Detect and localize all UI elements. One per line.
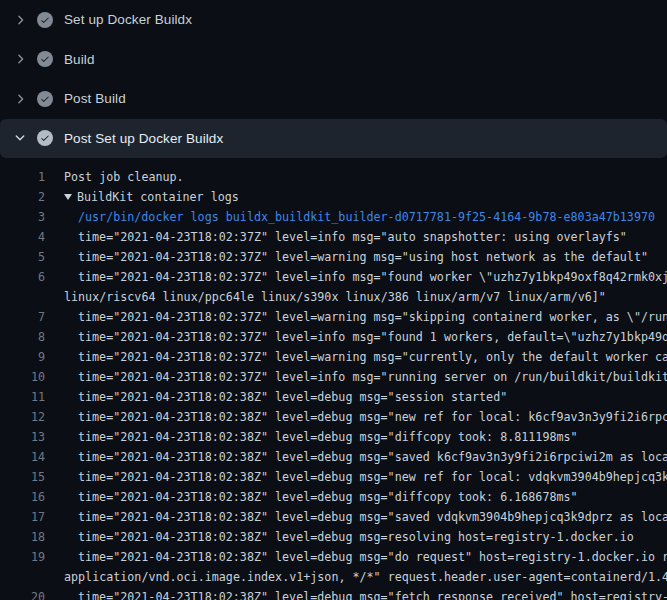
log-line-text: Post job cleanup.	[64, 167, 667, 187]
step-status-success-icon	[37, 130, 53, 146]
log-line: 13 time="2021-04-23T18:02:38Z" level=deb…	[0, 427, 667, 447]
log-line: 12 time="2021-04-23T18:02:38Z" level=deb…	[0, 407, 667, 427]
log-text: time="2021-04-23T18:02:38Z" level=debug …	[64, 507, 667, 527]
log-line: 1 Post job cleanup.	[0, 167, 667, 187]
log-line: 9 time="2021-04-23T18:02:37Z" level=warn…	[0, 347, 667, 367]
log-line: 4 time="2021-04-23T18:02:37Z" level=info…	[0, 227, 667, 247]
step-row-set-up-docker-buildx[interactable]: Set up Docker Buildx	[0, 0, 667, 40]
log-line-number[interactable]: 14	[0, 447, 45, 467]
log-line-text: time="2021-04-23T18:02:37Z" level=info m…	[64, 227, 667, 247]
log-line: 10 time="2021-04-23T18:02:37Z" level=inf…	[0, 367, 667, 387]
log-text: time="2021-04-23T18:02:38Z" level=debug …	[64, 487, 667, 507]
log-line-text: time="2021-04-23T18:02:37Z" level=warnin…	[64, 307, 667, 327]
log-line-number[interactable]: 20	[0, 587, 45, 600]
step-status-success-icon	[37, 51, 53, 67]
log-line-text: time="2021-04-23T18:02:38Z" level=debug …	[64, 447, 667, 467]
step-status-success-icon	[37, 12, 53, 28]
log-line-text: time="2021-04-23T18:02:37Z" level=info m…	[64, 367, 667, 387]
log-line-number[interactable]: 3	[0, 207, 45, 227]
group-header-text: BuildKit container logs	[64, 187, 667, 207]
log-line-text: time="2021-04-23T18:02:37Z" level=warnin…	[64, 347, 667, 367]
chevron-right-icon[interactable]	[12, 12, 28, 28]
log-line: 8 time="2021-04-23T18:02:37Z" level=info…	[0, 327, 667, 347]
step-row-post-set-up-docker-buildx[interactable]: Post Set up Docker Buildx	[0, 119, 667, 159]
log-text: Post job cleanup.	[64, 167, 667, 187]
log-line-text: /usr/bin/docker logs buildx_buildkit_bui…	[64, 207, 667, 227]
step-status-success-icon	[37, 91, 53, 107]
log-text: time="2021-04-23T18:02:38Z" level=debug …	[64, 447, 667, 467]
group-title: BuildKit container logs	[77, 190, 239, 204]
log-line-number[interactable]: 15	[0, 467, 45, 487]
step-label: Post Build	[64, 91, 126, 106]
log-text-wrap: linux/riscv64 linux/ppc64le linux/s390x …	[64, 287, 667, 307]
chevron-down-icon[interactable]	[12, 130, 28, 146]
log-viewer: Set up Docker Buildx Build Post Build Po…	[0, 0, 667, 600]
log-line-number[interactable]: 6	[0, 267, 45, 287]
log-line-text: time="2021-04-23T18:02:37Z" level=warnin…	[64, 247, 667, 267]
log-line-text: time="2021-04-23T18:02:38Z" level=debug …	[64, 487, 667, 507]
log-text: time="2021-04-23T18:02:38Z" level=debug …	[64, 467, 667, 487]
log-line-text: time="2021-04-23T18:02:37Z" level=info m…	[64, 267, 667, 307]
log-line-number[interactable]: 18	[0, 527, 45, 547]
log-line-number[interactable]: 2	[0, 187, 45, 207]
log-line-number[interactable]: 17	[0, 507, 45, 527]
group-collapse-triangle-icon[interactable]	[64, 194, 72, 200]
log-line-text: time="2021-04-23T18:02:38Z" level=debug …	[64, 407, 667, 427]
log-line-text: BuildKit container logs	[64, 187, 667, 207]
log-line: 17 time="2021-04-23T18:02:38Z" level=deb…	[0, 507, 667, 527]
log-text: time="2021-04-23T18:02:38Z" level=debug …	[64, 427, 667, 447]
log-line-number[interactable]: 16	[0, 487, 45, 507]
log-line-number[interactable]: 5	[0, 247, 45, 267]
log-text: time="2021-04-23T18:02:38Z" level=debug …	[64, 407, 667, 427]
log-text: time="2021-04-23T18:02:38Z" level=debug …	[64, 387, 667, 407]
log-line-text: time="2021-04-23T18:02:38Z" level=debug …	[64, 507, 667, 527]
chevron-right-icon[interactable]	[12, 51, 28, 67]
log-text: time="2021-04-23T18:02:37Z" level=info m…	[64, 327, 667, 347]
log-line-number[interactable]: 19	[0, 547, 45, 567]
log-text: time="2021-04-23T18:02:37Z" level=info m…	[64, 227, 667, 247]
log-line-text: time="2021-04-23T18:02:38Z" level=debug …	[64, 427, 667, 447]
log-line: 2 BuildKit container logs	[0, 187, 667, 207]
log-line-number[interactable]: 13	[0, 427, 45, 447]
chevron-right-icon[interactable]	[12, 91, 28, 107]
log-line-number[interactable]: 9	[0, 347, 45, 367]
log-line-text: time="2021-04-23T18:02:38Z" level=debug …	[64, 547, 667, 587]
log-line: 16 time="2021-04-23T18:02:38Z" level=deb…	[0, 487, 667, 507]
log-line-text: time="2021-04-23T18:02:38Z" level=debug …	[64, 387, 667, 407]
log-text: time="2021-04-23T18:02:37Z" level=warnin…	[64, 247, 667, 267]
log-line-number[interactable]: 12	[0, 407, 45, 427]
log-line: 15 time="2021-04-23T18:02:38Z" level=deb…	[0, 467, 667, 487]
log-line-number[interactable]: 10	[0, 367, 45, 387]
log-text: time="2021-04-23T18:02:38Z" level=debug …	[64, 527, 667, 547]
step-label: Post Set up Docker Buildx	[64, 131, 223, 146]
log-text: time="2021-04-23T18:02:37Z" level=warnin…	[64, 347, 667, 367]
command-text: /usr/bin/docker logs buildx_buildkit_bui…	[64, 207, 667, 227]
log-line-number[interactable]: 4	[0, 227, 45, 247]
log-line-text: time="2021-04-23T18:02:38Z" level=debug …	[64, 587, 667, 600]
step-row-build[interactable]: Build	[0, 40, 667, 80]
log-line-number[interactable]: 11	[0, 387, 45, 407]
step-label: Build	[64, 52, 95, 67]
log-text: time="2021-04-23T18:02:37Z" level=info m…	[64, 267, 667, 287]
log-line: 18 time="2021-04-23T18:02:38Z" level=deb…	[0, 527, 667, 547]
log-output: 1 Post job cleanup. 2 BuildKit container…	[0, 158, 667, 600]
log-line-number[interactable]: 7	[0, 307, 45, 327]
step-row-post-build[interactable]: Post Build	[0, 79, 667, 119]
log-line: 11 time="2021-04-23T18:02:38Z" level=deb…	[0, 387, 667, 407]
log-line-text: time="2021-04-23T18:02:38Z" level=debug …	[64, 527, 667, 547]
log-line: 7 time="2021-04-23T18:02:37Z" level=warn…	[0, 307, 667, 327]
log-text: time="2021-04-23T18:02:38Z" level=debug …	[64, 587, 667, 600]
log-text-wrap: application/vnd.oci.image.index.v1+json,…	[64, 567, 667, 587]
log-line-number[interactable]: 8	[0, 327, 45, 347]
log-line: 5 time="2021-04-23T18:02:37Z" level=warn…	[0, 247, 667, 267]
log-line: 14 time="2021-04-23T18:02:38Z" level=deb…	[0, 447, 667, 467]
log-line: 3 /usr/bin/docker logs buildx_buildkit_b…	[0, 207, 667, 227]
log-line-text: time="2021-04-23T18:02:38Z" level=debug …	[64, 467, 667, 487]
log-line: 20 time="2021-04-23T18:02:38Z" level=deb…	[0, 587, 667, 600]
log-line: 6 time="2021-04-23T18:02:37Z" level=info…	[0, 267, 667, 307]
log-text: time="2021-04-23T18:02:38Z" level=debug …	[64, 547, 667, 567]
step-list: Set up Docker Buildx Build Post Build Po…	[0, 0, 667, 158]
log-line-number[interactable]: 1	[0, 167, 45, 187]
log-line-text: time="2021-04-23T18:02:37Z" level=info m…	[64, 327, 667, 347]
step-label: Set up Docker Buildx	[64, 12, 192, 27]
